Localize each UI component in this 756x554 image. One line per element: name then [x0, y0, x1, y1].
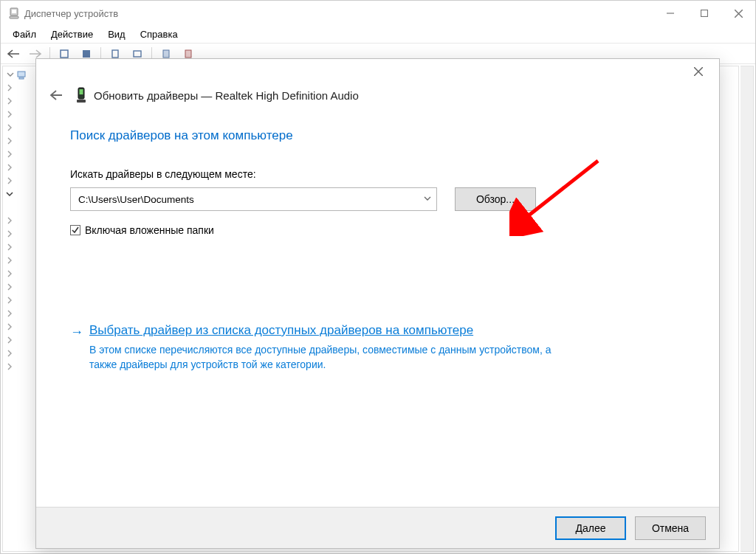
menubar: Файл Действие Вид Справка	[1, 26, 755, 44]
toolbar-back-button[interactable]	[4, 46, 23, 62]
update-driver-dialog: Обновить драйверы — Realtek High Definit…	[35, 58, 720, 549]
computer-icon	[16, 70, 27, 82]
svg-rect-9	[185, 50, 191, 58]
device-icon	[76, 87, 86, 103]
dialog-header: Обновить драйверы — Realtek High Definit…	[36, 84, 719, 111]
close-button[interactable]	[721, 1, 755, 26]
dialog-content: Поиск драйверов на этом компьютере Искат…	[36, 111, 719, 507]
include-subfolders-checkbox[interactable]: Включая вложенные папки	[70, 224, 685, 236]
browse-button-label: Обзор...	[476, 193, 515, 205]
back-button[interactable]	[47, 86, 66, 105]
pick-from-list-desc: В этом списке перечисляются все доступны…	[89, 342, 562, 373]
svg-rect-4	[61, 50, 68, 58]
checkbox-icon	[70, 225, 80, 235]
svg-rect-11	[19, 77, 24, 79]
vertical-scrollbar[interactable]	[740, 66, 754, 552]
minimize-button[interactable]	[653, 1, 687, 26]
svg-rect-3	[701, 10, 708, 17]
svg-rect-6	[112, 50, 118, 58]
svg-rect-7	[134, 51, 141, 57]
arrow-right-icon: →	[70, 325, 83, 339]
dialog-close-button[interactable]	[684, 61, 713, 82]
dialog-heading: Поиск драйверов на этом компьютере	[70, 128, 685, 143]
driver-path-value: C:\Users\User\Documents	[78, 194, 423, 205]
next-button-label: Далее	[575, 522, 605, 534]
menu-file[interactable]: Файл	[5, 27, 44, 42]
menu-action[interactable]: Действие	[44, 27, 100, 42]
svg-rect-14	[77, 100, 86, 103]
window-title: Диспетчер устройств	[24, 8, 118, 19]
pick-from-list-option[interactable]: → Выбрать драйвер из списка доступных др…	[70, 323, 685, 373]
browse-button[interactable]: Обзор...	[455, 187, 536, 211]
cancel-button[interactable]: Отмена	[635, 516, 706, 540]
pick-from-list-title: Выбрать драйвер из списка доступных драй…	[89, 323, 562, 338]
chevron-down-icon	[423, 194, 432, 205]
svg-rect-1	[12, 10, 16, 13]
menu-help[interactable]: Справка	[133, 27, 185, 42]
window-titlebar: Диспетчер устройств	[1, 1, 755, 26]
cancel-button-label: Отмена	[652, 522, 689, 534]
dialog-title: Обновить драйверы — Realtek High Definit…	[94, 89, 359, 102]
dialog-titlebar	[36, 59, 719, 84]
svg-rect-13	[80, 89, 83, 94]
path-label: Искать драйверы в следующем месте:	[70, 168, 685, 180]
svg-rect-8	[163, 50, 169, 58]
svg-rect-10	[18, 72, 25, 77]
menu-view[interactable]: Вид	[100, 27, 133, 42]
dialog-footer: Далее Отмена	[36, 507, 719, 548]
svg-rect-5	[83, 50, 90, 58]
next-button[interactable]: Далее	[555, 516, 626, 540]
app-icon	[8, 7, 20, 19]
driver-path-combobox[interactable]: C:\Users\User\Documents	[70, 187, 437, 211]
include-subfolders-label: Включая вложенные папки	[85, 224, 214, 236]
svg-rect-2	[10, 16, 18, 18]
maximize-button[interactable]	[687, 1, 721, 26]
